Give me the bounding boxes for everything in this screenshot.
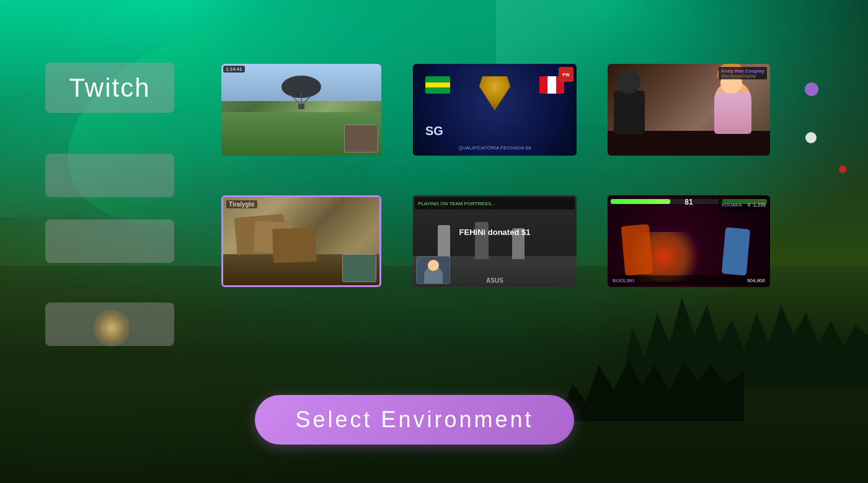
cosplay-name: Andy Rae Cosplay xyxy=(721,68,764,74)
select-environment-label: Select Environment xyxy=(295,407,533,433)
fight-score: 81 xyxy=(684,198,693,206)
main-content: Twitch 1:14:41 xyxy=(0,0,868,483)
webcam-pubg-1 xyxy=(344,125,378,153)
donation-text: FEHiNi donated $1 xyxy=(459,228,531,237)
svg-rect-4 xyxy=(298,104,304,109)
stream-thumbnail-pubg-1[interactable]: 1:14:41 xyxy=(221,64,381,156)
stream-timer: 1:14:41 xyxy=(226,66,242,72)
sidebar-box-2 xyxy=(45,219,174,263)
webcam-pubg-2 xyxy=(342,254,376,282)
stream-thumbnail-fighting[interactable]: 81 XOUAKA 0 :1,239 BIJOLSKI 904,806 xyxy=(608,195,770,287)
select-environment-button[interactable]: Select Environment xyxy=(255,395,574,445)
cosplay-handle: @andyraecosplay xyxy=(721,74,764,78)
stream-thumbnail-csgo[interactable]: FEHiNi donated $1 ASUS PLAYING ON TEAM F… xyxy=(413,195,577,287)
stream-thumbnail-cosplay[interactable]: Andy Rae Cosplay @andyraecosplay xyxy=(608,64,770,156)
twitch-logo-box: Twitch xyxy=(45,63,174,113)
sidebar-box-1 xyxy=(45,154,174,197)
twitch-label: Twitch xyxy=(69,73,150,103)
stream-thumbnail-dota[interactable]: SG QUALIFICATÓRIA FECHADA 9A PW xyxy=(413,64,577,156)
stream-header-pubg: 1:14:41 xyxy=(223,66,245,73)
sidebar-box-3 xyxy=(45,303,174,346)
stream-thumbnail-pubg-2-selected[interactable]: Tiralygte xyxy=(221,195,381,287)
pubg2-streamer-name: Tiralygte xyxy=(226,200,257,208)
